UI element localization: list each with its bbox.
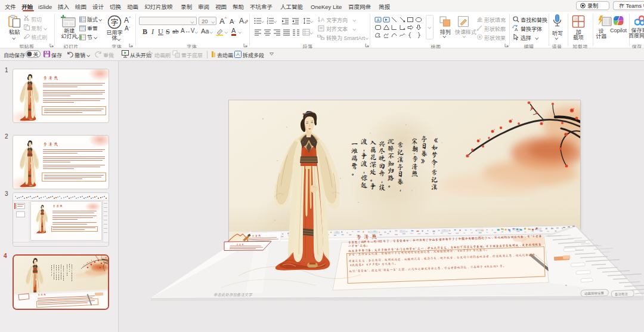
svg-text:A: A xyxy=(377,18,380,22)
svg-text:李清照: 李清照 xyxy=(252,234,262,238)
svg-text:A: A xyxy=(515,27,518,32)
svg-text:A: A xyxy=(239,17,244,24)
svg-text:备注批注: 备注批注 xyxy=(615,291,628,297)
svg-text:单击此处添加备注文字: 单击此处添加备注文字 xyxy=(213,291,253,297)
svg-text:字: 字 xyxy=(110,16,118,27)
svg-text:动画放映设置: 动画放映设置 xyxy=(584,291,605,296)
svg-text:A: A xyxy=(321,17,324,23)
svg-text:A: A xyxy=(236,51,240,57)
svg-text:关: 关 xyxy=(33,50,39,57)
